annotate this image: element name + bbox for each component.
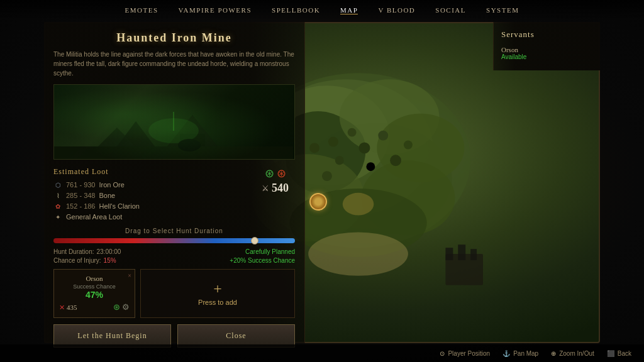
injury-label: Chance of Injury: [53, 257, 101, 264]
svg-marker-29 [98, 128, 136, 146]
servants-panel-title: Servants [501, 30, 592, 40]
servant-row: Orson × Success Chance 47% ✕ 435 ⊛ ⚙ + [53, 269, 295, 318]
bottom-bar: ⊙ Player Position ⚓ Pan Map ⊕ Zoom In/Ou… [0, 344, 644, 362]
back-key: ⬛ [607, 350, 614, 357]
add-servant-label: Press to add [198, 299, 237, 306]
back-label: Back [618, 350, 631, 357]
hunt-duration-slider[interactable] [53, 238, 295, 243]
add-plus-icon: + [213, 281, 222, 296]
loot-item-iron: ⬡ 761 - 930 Iron Ore [53, 180, 295, 189]
svg-point-15 [322, 171, 332, 181]
nav-map[interactable]: Map [340, 6, 358, 14]
duration-label: Hunt Duration: [53, 248, 94, 255]
nav-vampire-powers[interactable]: Vampire Powers [179, 6, 252, 14]
servant-action-icons: ⊛ ⚙ [113, 302, 130, 312]
servant-power-display: ✕ 435 [59, 304, 77, 312]
hint-back: ⬛ Back [607, 350, 631, 357]
clarion-name: Hell's Clarion [99, 202, 139, 210]
servant-remove-button[interactable]: × [128, 272, 131, 279]
servant-name: Orson [59, 275, 130, 282]
hunt-duration-section: Drag to Select Hunt Duration Hunt Durati… [53, 228, 295, 264]
svg-point-18 [309, 143, 319, 153]
hint-zoom: ⊕ Zoom In/Out [551, 350, 594, 357]
slider-thumb[interactable] [251, 237, 258, 244]
servant-card-orson: Orson × Success Chance 47% ✕ 435 ⊛ ⚙ [53, 269, 135, 318]
svg-rect-22 [458, 244, 465, 260]
duration-value: 23:00:00 [96, 248, 121, 255]
drag-label: Drag to Select Hunt Duration [53, 228, 295, 234]
servant-buff-icon[interactable]: ⊛ [113, 302, 120, 312]
hunt-injury-row: Chance of Injury: 15% +20% Success Chanc… [53, 257, 295, 264]
nav-spellbook[interactable]: Spellbook [272, 6, 320, 14]
svg-rect-28 [180, 134, 205, 146]
hunt-duration-row: Hunt Duration: 23:00:00 Carefully Planne… [53, 248, 295, 255]
iron-ore-icon: ⬡ [53, 180, 62, 189]
mine-silhouette-svg [54, 109, 293, 159]
bone-name: Bone [99, 192, 115, 199]
location-description: The Militia holds the line against the d… [53, 50, 295, 78]
servant-chance-label: Success Chance [59, 283, 130, 290]
svg-point-17 [404, 141, 413, 150]
bone-range: 285 - 348 [66, 192, 95, 199]
general-loot-icon: ✦ [53, 212, 62, 221]
servant-chance-value: 47% [59, 290, 130, 300]
svg-point-30 [148, 118, 199, 143]
servant-list-name: Orson [501, 46, 592, 53]
location-title: Haunted Iron Mine [53, 31, 295, 45]
svg-point-14: 0 [366, 162, 375, 171]
svg-point-32 [178, 139, 201, 151]
pan-map-label: Pan Map [513, 350, 538, 357]
map-location-marker [309, 193, 327, 211]
pan-map-key: ⚓ [502, 350, 510, 357]
map-container: 0 Haunted Iron Mine The Militia holds th… [44, 22, 600, 343]
servant-list-status: Available [501, 53, 592, 60]
left-panel: Haunted Iron Mine The Militia holds the … [44, 22, 305, 343]
svg-point-24 [343, 193, 374, 216]
nav-social[interactable]: Social [435, 6, 466, 14]
svg-marker-27 [167, 115, 218, 146]
power-icon-left: ⊛ [265, 167, 274, 180]
clarion-range: 152 - 186 [66, 202, 95, 210]
nav-v-blood[interactable]: V Blood [378, 6, 415, 14]
nav-emotes[interactable]: Emotes [125, 6, 158, 14]
player-position-label: Player Position [448, 350, 490, 357]
nav-system[interactable]: System [486, 6, 519, 14]
svg-point-13 [378, 131, 388, 141]
hunt-power-display: ⊛ ⊛ ⚔ 540 [262, 167, 289, 195]
power-icon-right: ⊛ [277, 167, 286, 180]
svg-point-19 [308, 232, 408, 275]
iron-range: 761 - 930 [66, 181, 95, 189]
loot-title: Estimated Loot [53, 167, 295, 177]
hint-player-position: ⊙ Player Position [440, 350, 490, 357]
hint-pan-map: ⚓ Pan Map [502, 350, 538, 357]
hunt-quality: Carefully Planned [245, 248, 295, 255]
general-loot-name: General Area Loot [66, 213, 122, 221]
top-navigation: Emotes Vampire Powers Spellbook Map V Bl… [0, 0, 644, 20]
loot-item-bone: ⌇ 285 - 348 Bone [53, 191, 295, 200]
clarion-icon: ✿ [53, 202, 62, 211]
bone-icon: ⌇ [53, 191, 62, 200]
player-position-key: ⊙ [440, 350, 445, 357]
svg-point-12 [335, 156, 344, 165]
svg-rect-23 [470, 249, 477, 260]
svg-point-16 [390, 155, 401, 166]
zoom-key: ⊕ [551, 350, 556, 357]
right-panel: Servants Orson Available [493, 22, 600, 70]
servant-cross-icon: ✕ [59, 304, 65, 312]
location-image [53, 84, 295, 160]
sword-icon: ⚔ [262, 184, 269, 194]
svg-rect-21 [445, 248, 453, 260]
svg-point-10 [348, 128, 357, 137]
svg-marker-26 [117, 121, 155, 146]
svg-rect-25 [54, 146, 293, 159]
servant-stats: ✕ 435 ⊛ ⚙ [59, 302, 130, 312]
loot-item-clarion: ✿ 152 - 186 Hell's Clarion [53, 202, 295, 211]
hunt-power-value: 540 [272, 182, 289, 195]
servant-list-item-orson: Orson Available [501, 46, 592, 60]
zoom-label: Zoom In/Out [559, 350, 594, 357]
servant-gear-icon[interactable]: ⚙ [122, 302, 130, 312]
add-servant-slot[interactable]: + Press to add [140, 269, 295, 318]
loot-section: Estimated Loot ⬡ 761 - 930 Iron Ore ⌇ 28… [53, 167, 295, 221]
servant-power-value: 435 [67, 304, 77, 311]
svg-point-11 [359, 143, 370, 154]
